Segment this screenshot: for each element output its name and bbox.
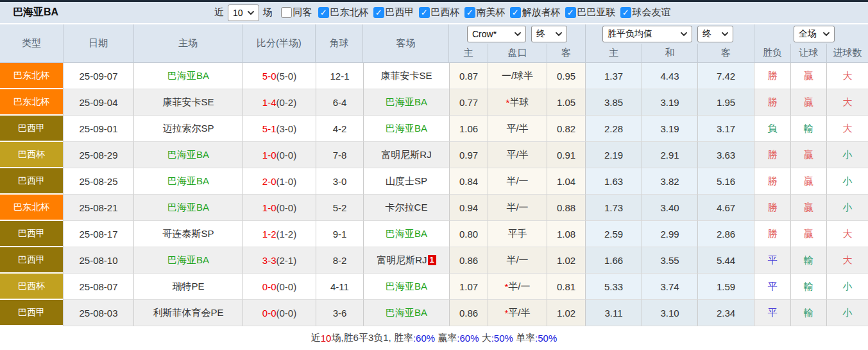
summary-text: :60% xyxy=(457,333,479,344)
handicap-text: 平/半 xyxy=(506,123,528,135)
same-venue-checkbox[interactable]: ✓ 同客 xyxy=(281,6,312,19)
league-checkbox[interactable]: ✓解放者杯 xyxy=(510,6,561,19)
handicap-text: 半/一 xyxy=(508,281,530,293)
summary-text: 场,胜6平3负1, 胜率 xyxy=(331,332,413,344)
summary-text: 近 xyxy=(311,332,321,344)
home-team[interactable]: 巴海亚BA xyxy=(133,168,243,195)
match-scope-select[interactable]: 全场 xyxy=(794,26,835,42)
away-team[interactable]: 富明尼斯RJ xyxy=(363,142,449,168)
league-type-badge[interactable]: 巴东北杯 xyxy=(0,195,63,221)
avg-odds-draw: 3.19 xyxy=(642,116,697,142)
result-win-draw-lose: 勝 xyxy=(754,89,790,116)
checkbox-icon: ✓ xyxy=(373,7,384,18)
handicap-text: 平/半 xyxy=(506,149,528,161)
home-team[interactable]: 巴海亚BA xyxy=(133,63,243,89)
league-type-badge[interactable]: 巴西甲 xyxy=(0,247,63,274)
away-team-name: 巴海亚BA xyxy=(386,96,427,109)
home-team[interactable]: 利斯菲体育会PE xyxy=(133,300,243,326)
league-type-badge[interactable]: 巴西甲 xyxy=(0,168,63,195)
checkbox-icon: ✓ xyxy=(510,7,521,18)
avg-type-select[interactable]: 胜平负均值 xyxy=(602,26,692,42)
avg-odds-lose: 2.34 xyxy=(697,300,754,326)
home-team[interactable]: 瑞特PE xyxy=(133,274,243,300)
home-team[interactable]: 哥连泰斯SP xyxy=(133,221,243,247)
league-checkbox-label: 巴西杯 xyxy=(431,6,460,19)
odds-stage-select-2[interactable]: 终 xyxy=(697,26,733,42)
avg-odds-lose: 7.42 xyxy=(697,63,754,89)
away-team[interactable]: 卡尔拉CE xyxy=(363,195,449,221)
home-team-name: 康菲安卡SE xyxy=(162,96,214,109)
handicap-line: 半/一 xyxy=(488,168,547,195)
avg-odds-win: 1.63 xyxy=(585,168,642,195)
odds-subheader-row: 主 盘口 客 主 和 客 胜负 让球 进球数 xyxy=(449,44,868,63)
league-checkbox[interactable]: ✓巴东北杯 xyxy=(318,6,369,19)
handicap-odds-away: 1.02 xyxy=(547,247,585,274)
league-type-badge[interactable]: 巴西杯 xyxy=(0,274,63,300)
fulltime-score: 2-0 xyxy=(262,176,277,187)
handicap-odds-away: 0.81 xyxy=(547,274,585,300)
odds-header-block: Crow* 终 胜平负均值 终 xyxy=(448,24,868,62)
league-type-badge[interactable]: 巴西甲 xyxy=(0,221,63,247)
summary-text: 10 xyxy=(321,333,332,344)
home-team-name: 迈拉索尔SP xyxy=(162,123,214,135)
away-team[interactable]: 山度士SP xyxy=(363,168,449,195)
home-team[interactable]: 巴海亚BA xyxy=(133,142,243,168)
home-team[interactable]: 巴海亚BA xyxy=(133,195,243,221)
handicap-odds-away: 0.91 xyxy=(547,142,585,168)
result-win-draw-lose: 勝 xyxy=(754,63,790,89)
away-team[interactable]: 巴海亚BA xyxy=(363,274,449,300)
league-type-badge[interactable]: 巴西杯 xyxy=(0,142,63,168)
away-team[interactable]: 巴海亚BA xyxy=(363,89,449,116)
recent-count-select[interactable]: 10 xyxy=(228,4,259,21)
league-type-badge[interactable]: 巴东北杯 xyxy=(0,63,63,89)
away-team[interactable]: 康菲安卡SE xyxy=(363,63,449,89)
checkbox-icon: ✓ xyxy=(318,7,329,18)
home-team[interactable]: 巴海亚BA xyxy=(133,247,243,274)
avg-odds-lose: 1.95 xyxy=(697,89,754,116)
league-checkbox-label: 南美杯 xyxy=(477,6,506,19)
odds-stage-select-1[interactable]: 终 xyxy=(531,26,567,42)
col-header-away: 客场 xyxy=(362,24,448,62)
fulltime-score: 0-0 xyxy=(262,308,277,319)
league-checkbox[interactable]: ✓南美杯 xyxy=(464,6,506,19)
league-checkbox[interactable]: ✓球会友谊 xyxy=(620,6,671,19)
avg-odds-draw: 3.82 xyxy=(642,168,697,195)
away-team[interactable]: 巴海亚BA xyxy=(363,116,449,142)
odds-company-select[interactable]: Crow* xyxy=(467,26,526,42)
away-team-name: 富明尼斯RJ xyxy=(381,149,431,161)
handicap-line: *平/半 xyxy=(488,300,547,326)
away-team[interactable]: 富明尼斯RJ 1 xyxy=(363,247,449,274)
corner-score: 3-0 xyxy=(316,168,363,195)
red-card-badge: 1 xyxy=(428,255,436,265)
league-type-badge[interactable]: 巴西甲 xyxy=(0,300,63,326)
league-checkbox[interactable]: ✓巴巴亚联 xyxy=(565,6,616,19)
score-cell: 5-1(3-0) xyxy=(243,116,316,142)
avg-odds-lose: 3.17 xyxy=(697,116,754,142)
home-team[interactable]: 迈拉索尔SP xyxy=(133,116,243,142)
subheader-odds-away: 客 xyxy=(547,44,585,63)
league-checkbox-label: 巴西甲 xyxy=(386,6,414,19)
home-team[interactable]: 康菲安卡SE xyxy=(133,89,243,116)
handicap-odds-group: Crow* 终 xyxy=(449,24,585,44)
checkbox-icon: ✓ xyxy=(281,7,292,18)
away-team[interactable]: 巴海亚BA xyxy=(363,300,449,326)
league-type-badge[interactable]: 巴西甲 xyxy=(0,116,63,142)
fulltime-score: 5-0 xyxy=(262,71,277,82)
league-type-badge[interactable]: 巴东北杯 xyxy=(0,89,63,116)
handicap-odds-away: 1.08 xyxy=(547,221,585,247)
halftime-score: (2-1) xyxy=(277,255,297,266)
handicap-line: 一/球半 xyxy=(488,63,547,89)
result-handicap: 輸 xyxy=(790,274,826,300)
league-checkbox[interactable]: ✓巴西甲 xyxy=(373,6,414,19)
handicap-odds-home: 0.84 xyxy=(449,168,488,195)
avg-odds-draw: 3.74 xyxy=(642,274,697,300)
match-date: 25-09-07 xyxy=(63,63,133,89)
avg-odds-lose: 2.86 xyxy=(697,221,754,247)
league-checkbox[interactable]: ✓巴西杯 xyxy=(419,6,460,19)
result-goals: 大 xyxy=(826,116,868,142)
result-win-draw-lose: 勝 xyxy=(754,195,790,221)
fulltime-score: 1-0 xyxy=(262,150,277,161)
away-team[interactable]: 巴海亚BA xyxy=(363,221,449,247)
subheader-odds-home: 主 xyxy=(449,44,488,63)
handicap-odds-away: 0.82 xyxy=(547,116,585,142)
